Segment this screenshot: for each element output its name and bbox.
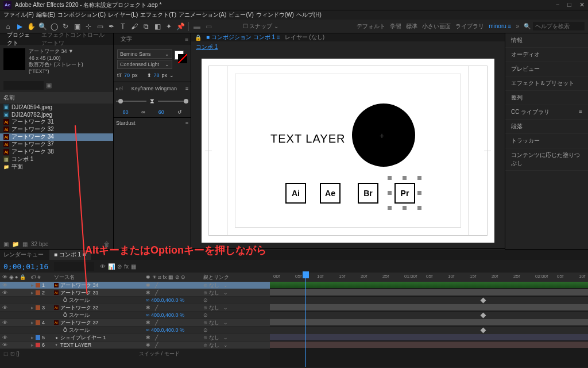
project-filter-icon[interactable]: ▣ xyxy=(46,82,52,89)
workspace-active[interactable]: minoru ≡ xyxy=(489,23,511,29)
lock-icon[interactable]: 🔒 xyxy=(195,34,202,41)
track-bar[interactable] xyxy=(270,289,588,296)
project-item[interactable]: 📁平面 xyxy=(0,163,113,171)
right-panel-1[interactable]: オーディオ xyxy=(505,48,588,62)
font-size-value[interactable]: 70 xyxy=(124,72,130,78)
anchor-tool-icon[interactable]: ⊹ xyxy=(84,22,93,31)
layer-row[interactable]: 👁 ▸ 6T TEXT LAYER✱ ╱⊙ なし ⌄ xyxy=(0,342,270,349)
text-tool-icon[interactable]: T xyxy=(118,22,127,31)
right-panel-7[interactable]: トラッカー xyxy=(505,134,588,148)
menu-コンポジション[interactable]: コンポジション(C) xyxy=(57,11,106,19)
project-item[interactable]: Aiアートワーク 37 xyxy=(0,141,113,148)
right-panel-4[interactable]: 整列 xyxy=(505,91,588,105)
pen-tool-icon[interactable]: ✒ xyxy=(107,22,116,31)
text-layer[interactable]: TEXT LAYER xyxy=(270,132,345,145)
menu-編集[interactable]: 編集(E) xyxy=(36,11,55,19)
switch-mode-toggle[interactable]: スイッチ / モード xyxy=(139,350,180,358)
stroke-icon[interactable]: ▭ xyxy=(204,22,213,31)
shape-tool-icon[interactable]: ▭ xyxy=(95,22,105,31)
font-weight-dropdown[interactable]: Condensed Light⌄ xyxy=(117,60,172,69)
tab-character[interactable]: 文字 xyxy=(116,34,137,44)
workspace-standard[interactable]: 標準 xyxy=(406,22,417,30)
menu-レイヤー[interactable]: レイヤー(L) xyxy=(108,11,138,19)
ease-in-value[interactable]: 60 xyxy=(122,109,128,115)
stroke-color-swatch[interactable] xyxy=(178,54,187,63)
timeline-search-input[interactable] xyxy=(54,262,94,271)
project-item[interactable]: ▣DJI2A0782.jpeg xyxy=(0,111,113,118)
keyframe-diamond[interactable] xyxy=(481,328,486,334)
artwork-pr-selected[interactable]: Pr xyxy=(394,183,415,204)
trash-icon[interactable]: 🗑 xyxy=(104,241,110,247)
brush-tool-icon[interactable]: 🖌 xyxy=(130,22,139,31)
ease-in-slider[interactable] xyxy=(116,101,146,102)
right-panel-8[interactable]: コンテンツに応じた塗りつぶし xyxy=(505,148,588,171)
ease-out-value[interactable]: 60 xyxy=(158,109,164,115)
col-parent[interactable]: 親とリンク xyxy=(201,274,270,281)
menu-エフェクト[interactable]: エフェクト(T) xyxy=(140,11,176,19)
timeline-timecode[interactable]: 0;00;01;16 xyxy=(3,262,48,271)
puppet-tool-icon[interactable]: 📌 xyxy=(176,22,185,31)
new-comp-icon[interactable]: ▦ xyxy=(22,241,28,247)
track-bar[interactable] xyxy=(270,319,588,325)
right-panel-3[interactable]: エフェクト＆プリセット xyxy=(505,76,588,91)
menu-ファイル[interactable]: ファイル(F) xyxy=(3,11,34,19)
orbit-tool-icon[interactable]: ◯ xyxy=(49,22,59,31)
blur-icon[interactable]: ⊘ xyxy=(117,263,122,270)
project-item[interactable]: Aiアートワーク 34 xyxy=(0,133,113,141)
ease-link-icon[interactable]: ⧗ xyxy=(150,97,154,105)
leading-value[interactable]: 78 xyxy=(154,72,160,78)
tab-layer-none[interactable]: レイヤー (なし) xyxy=(285,33,324,41)
project-search-input[interactable] xyxy=(3,81,44,90)
bpc-label[interactable]: 32 bpc xyxy=(31,241,48,247)
roto-tool-icon[interactable]: ✦ xyxy=(164,22,173,31)
menu-ヘルプ[interactable]: ヘルプ(H) xyxy=(296,11,322,19)
fx-icon[interactable]: fx xyxy=(124,263,129,270)
new-folder-icon[interactable]: 📁 xyxy=(12,241,19,247)
composition-viewer[interactable]: + TEXT LAYER Ai Ae Br Pr xyxy=(191,53,505,248)
project-item[interactable]: Aiアートワーク 31 xyxy=(0,118,113,126)
track-bar[interactable] xyxy=(270,282,588,288)
menu-ビュー[interactable]: ビュー(V) xyxy=(229,11,253,19)
workspace-default[interactable]: デフォルト xyxy=(357,22,385,30)
artwork-ae[interactable]: Ae xyxy=(320,183,341,204)
project-column-header[interactable]: 名前 xyxy=(0,92,113,103)
toggle-switches-icon[interactable]: ⬚ ⊡ {} xyxy=(3,351,20,356)
zoom-tool-icon[interactable]: 🔍 xyxy=(38,22,47,31)
right-panel-2[interactable]: プレビュー xyxy=(505,62,588,76)
close-icon[interactable]: ✕ xyxy=(579,1,585,9)
minimize-icon[interactable]: − xyxy=(556,1,559,9)
layer-row[interactable]: 👁 ▸ 5★ シェイプレイヤー 1✱ ╱⊙ なし ⌄ xyxy=(0,334,270,342)
right-panel-6[interactable]: 段落 xyxy=(505,120,588,134)
col-source-name[interactable]: ソース名 xyxy=(52,274,144,281)
right-panel-0[interactable]: 情報 xyxy=(505,33,588,48)
draft3d-icon[interactable]: ▦ xyxy=(131,263,136,270)
project-item[interactable]: Aiアートワーク 38 xyxy=(0,148,113,156)
timeline-ruler[interactable]: 00f05f10f15f20f25f01:00f05f10f15f20f25f0… xyxy=(270,273,588,282)
menu-アニメーション[interactable]: アニメーション(A) xyxy=(179,11,226,19)
layer-row[interactable]: 👁 ▸ 2Ai アートワーク 31✱ ╱⊙ なし ⌄ xyxy=(0,289,270,297)
track-bar[interactable] xyxy=(270,342,588,348)
workspace-menu-icon[interactable]: » xyxy=(516,23,519,29)
maximize-icon[interactable]: □ xyxy=(567,1,571,9)
right-panel-5[interactable]: CC ライブラリ≡ xyxy=(505,105,588,120)
layer-row[interactable]: 👁 ▸ 3Ai アートワーク 32✱ ╱⊙ なし ⌄ xyxy=(0,304,270,312)
layer-row[interactable]: 👁 ▸ 1Ai アートワーク 34✱ ╱⊙ なし ⌄ xyxy=(0,282,270,289)
current-time-indicator[interactable] xyxy=(305,273,306,367)
artwork-br[interactable]: Br xyxy=(358,183,378,204)
menu-ウィンドウ[interactable]: ウィンドウ(W) xyxy=(256,11,294,19)
stardust-panel[interactable]: Stardust xyxy=(116,120,136,126)
fill-icon[interactable]: ▬ xyxy=(192,22,202,31)
layer-property-scale[interactable]: Ŏ スケール∞ 400.0,400.0 %⊙ xyxy=(0,327,270,334)
eraser-tool-icon[interactable]: ◧ xyxy=(153,22,162,31)
workspace-small[interactable]: 小さい画面 xyxy=(422,22,451,30)
layer-row[interactable]: 👁 ▸ 4Ai アートワーク 37✱ ╱⊙ なし ⌄ xyxy=(0,319,270,327)
tab-composition[interactable]: ■ コンポジション コンポ 1 ≡ xyxy=(206,33,280,41)
project-item[interactable]: ▣DJI2A0594.jpeg xyxy=(0,103,113,111)
ease-out-slider[interactable] xyxy=(158,101,188,102)
artwork-ai[interactable]: Ai xyxy=(285,183,306,204)
project-item[interactable]: Aiアートワーク 32 xyxy=(0,126,113,133)
link-icon[interactable]: ∞ xyxy=(141,109,145,115)
layer-property-scale[interactable]: Ŏ スケール∞ 400.0,400.0 %⊙ xyxy=(0,297,270,304)
interpret-icon[interactable]: ▣ xyxy=(3,241,9,247)
project-item[interactable]: ▦コンポ 1 xyxy=(0,156,113,163)
